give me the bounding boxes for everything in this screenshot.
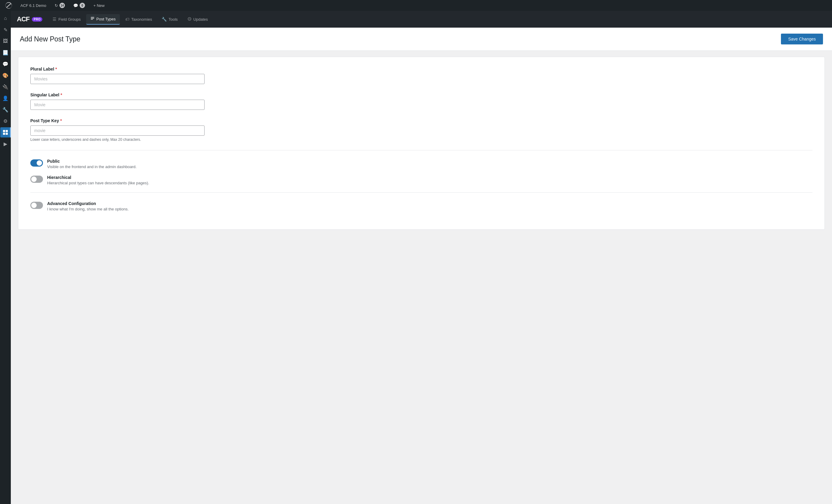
- acf-pro-badge: PRO: [32, 17, 42, 22]
- save-changes-button[interactable]: Save Changes: [781, 34, 823, 45]
- hierarchical-toggle-desc: Hierarchical post types can have descend…: [47, 181, 149, 185]
- svg-rect-2: [3, 133, 5, 135]
- sidebar-icon-posts[interactable]: ✎: [0, 25, 10, 35]
- advanced-toggle-knob: [31, 203, 37, 208]
- new-content-item[interactable]: + New: [92, 2, 106, 9]
- public-toggle-label: Public: [47, 159, 137, 164]
- sidebar-icon-home[interactable]: ⌂: [0, 13, 10, 23]
- public-toggle-track: [30, 159, 43, 167]
- taxonomies-icon: 🏷: [125, 17, 129, 22]
- wp-sidebar: ⌂ ✎ 🖼 📃 💬 🎨 🔌 👤 🔧 ⚙ ▶: [0, 11, 11, 504]
- post-type-key-group: Post Type Key * Lower case letters, unde…: [30, 118, 812, 142]
- plural-label-group: Plural Label *: [30, 67, 812, 84]
- public-toggle-group: Public Visible on the frontend and in th…: [30, 159, 812, 185]
- svg-rect-0: [3, 130, 5, 132]
- sidebar-icon-settings[interactable]: ⚙: [0, 116, 10, 126]
- acf-nav-bar: ACF PRO ☰ Field Groups Post Types 🏷 Taxo…: [11, 11, 832, 28]
- main-layout: ⌂ ✎ 🖼 📃 💬 🎨 🔌 👤 🔧 ⚙ ▶ ACF PRO: [0, 11, 832, 504]
- plural-label-input[interactable]: [30, 74, 205, 84]
- sidebar-icon-users[interactable]: 👤: [0, 93, 10, 103]
- section-divider-1: [30, 150, 812, 150]
- advanced-toggle-desc: I know what I'm doing, show me all the o…: [47, 207, 129, 211]
- plural-label-label: Plural Label *: [30, 67, 812, 72]
- post-type-key-input[interactable]: [30, 125, 205, 136]
- nav-post-types[interactable]: Post Types: [86, 14, 120, 25]
- comments-badge: 0: [80, 3, 85, 8]
- nav-tools[interactable]: 🔧 Tools: [157, 15, 182, 24]
- site-name-item[interactable]: ACF 6.1 Demo: [19, 2, 48, 9]
- hierarchical-toggle-info: Hierarchical Hierarchical post types can…: [47, 175, 149, 185]
- svg-rect-4: [91, 17, 94, 18]
- form-card: Plural Label * Singular Label *: [18, 57, 825, 230]
- hierarchical-toggle-knob: [31, 176, 37, 182]
- hierarchical-toggle-label: Hierarchical: [47, 175, 149, 180]
- singular-label-input[interactable]: [30, 100, 205, 110]
- sidebar-icon-plugins[interactable]: 🔌: [0, 82, 10, 92]
- sidebar-icon-media2[interactable]: ▶: [0, 139, 10, 149]
- svg-rect-3: [6, 133, 8, 135]
- advanced-toggle-row: Advanced Configuration I know what I'm d…: [30, 201, 812, 211]
- sidebar-icon-pages[interactable]: 📃: [0, 48, 10, 58]
- hierarchical-toggle-switch[interactable]: [30, 176, 43, 183]
- main-content: Plural Label * Singular Label *: [11, 51, 832, 504]
- singular-required-star: *: [60, 92, 62, 97]
- svg-rect-6: [91, 19, 93, 20]
- acf-logo-text: ACF: [17, 15, 29, 23]
- nav-updates[interactable]: Updates: [183, 15, 212, 24]
- tools-icon: 🔧: [162, 17, 167, 22]
- sidebar-icon-comments[interactable]: 💬: [0, 59, 10, 69]
- singular-label-label: Singular Label *: [30, 92, 812, 97]
- field-groups-icon: ☰: [53, 17, 56, 22]
- advanced-toggle-label: Advanced Configuration: [47, 201, 129, 206]
- section-divider-2: [30, 192, 812, 193]
- advanced-toggle-info: Advanced Configuration I know what I'm d…: [47, 201, 129, 211]
- public-toggle-info: Public Visible on the frontend and in th…: [47, 159, 137, 169]
- content-wrapper: ACF PRO ☰ Field Groups Post Types 🏷 Taxo…: [11, 11, 832, 504]
- advanced-toggle-track: [30, 202, 43, 209]
- page-header: Add New Post Type Save Changes: [11, 28, 832, 51]
- public-toggle-knob: [37, 160, 42, 166]
- updates-item[interactable]: ↻ 14: [53, 1, 67, 9]
- hierarchical-toggle-row: Hierarchical Hierarchical post types can…: [30, 175, 812, 185]
- comments-item[interactable]: 💬 0: [72, 1, 87, 9]
- post-type-key-hint: Lower case letters, underscores and dash…: [30, 138, 812, 142]
- advanced-toggle-switch[interactable]: [30, 202, 43, 209]
- post-types-icon: [90, 17, 95, 22]
- wp-logo-item[interactable]: [4, 1, 14, 10]
- nav-taxonomies[interactable]: 🏷 Taxonomies: [121, 15, 156, 24]
- svg-rect-5: [91, 18, 94, 18]
- page-title: Add New Post Type: [20, 35, 80, 43]
- updates-badge: 14: [59, 3, 65, 8]
- nav-field-groups[interactable]: ☰ Field Groups: [48, 15, 85, 24]
- singular-label-group: Singular Label *: [30, 92, 812, 110]
- sidebar-icon-tools[interactable]: 🔧: [0, 105, 10, 115]
- sidebar-icon-appearance[interactable]: 🎨: [0, 70, 10, 80]
- wp-admin-bar: ACF 6.1 Demo ↻ 14 💬 0 + New: [0, 0, 832, 11]
- acf-logo: ACF PRO: [17, 15, 42, 23]
- public-toggle-row: Public Visible on the frontend and in th…: [30, 159, 812, 169]
- public-toggle-desc: Visible on the frontend and in the admin…: [47, 165, 137, 169]
- updates-icon: [187, 17, 192, 22]
- post-type-key-label: Post Type Key *: [30, 118, 812, 123]
- sidebar-icon-media[interactable]: 🖼: [0, 36, 10, 46]
- key-required-star: *: [60, 118, 61, 123]
- svg-rect-1: [6, 130, 8, 132]
- hierarchical-toggle-track: [30, 176, 43, 183]
- plural-required-star: *: [55, 67, 57, 72]
- sidebar-icon-acf[interactable]: [0, 127, 10, 138]
- public-toggle-switch[interactable]: [30, 159, 43, 167]
